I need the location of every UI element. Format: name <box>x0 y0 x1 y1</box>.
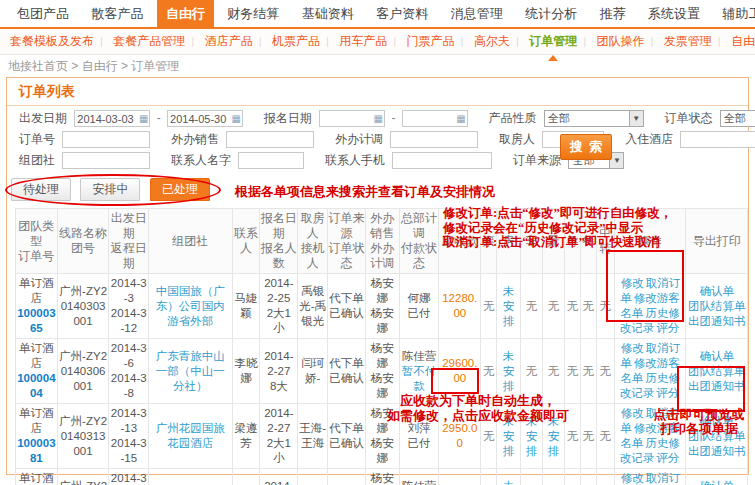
action-link[interactable]: 评分 <box>656 452 679 464</box>
export-link[interactable]: 团队结算单 <box>688 430 746 442</box>
branch-op-input[interactable] <box>390 131 478 148</box>
nav-item-fit-products[interactable]: 散客产品 <box>82 0 152 27</box>
export-link[interactable]: 出团通知书 <box>688 445 746 457</box>
subnav-item-package-manage[interactable]: 套餐产品管理 <box>113 29 185 54</box>
nav-item-finance[interactable]: 财务结算 <box>218 0 288 27</box>
order-status-label: 订单状态 <box>664 110 712 127</box>
subnav-item-invoice[interactable]: 发票管理 <box>664 29 712 54</box>
nav-item-statistics[interactable]: 统计分析 <box>516 0 586 27</box>
subnav-item-golf[interactable]: 高尔夫 <box>474 29 510 54</box>
column-header: 组团社 <box>149 209 232 274</box>
actions-cell: 修改取消订单修改游客名单历史修改记录评分 <box>614 404 685 469</box>
date-range-dash: - <box>157 111 161 125</box>
arrange-link[interactable]: 未安排 <box>503 350 515 392</box>
agency-cell: 中国国旅（广东）公司国内游省外部 <box>149 274 232 339</box>
search-button[interactable]: 搜索 <box>560 134 612 160</box>
tab-processed[interactable]: 已处理 <box>150 178 210 201</box>
room-person-cell: 王海-王海 <box>298 404 328 469</box>
order-no-input[interactable] <box>62 131 150 148</box>
export-link[interactable]: 团队结算单 <box>688 365 746 377</box>
nav-item-free-travel[interactable]: 自由行 <box>157 0 214 27</box>
search-row-1: 出发日期 ▦ - ▦ 报名日期 ▦ - ▦ 产品性质 全部▼ 订单状态 全部▼ <box>19 110 748 129</box>
branch-sales-label: 外办销售 <box>171 131 219 148</box>
receivable-link[interactable]: 2950.00 <box>442 422 477 449</box>
hotel-input[interactable] <box>680 131 755 148</box>
export-link[interactable]: 确认单 <box>699 480 734 485</box>
arrange-cell: 无 <box>564 404 580 469</box>
source-status-cell: 代下单已确认 <box>328 274 366 339</box>
nav-item-recommend[interactable]: 推荐 <box>591 0 635 27</box>
calendar-icon[interactable]: ▦ <box>232 112 241 125</box>
receivable-link[interactable]: 12280.00 <box>442 292 477 319</box>
arrange-cell: 无 <box>564 469 580 485</box>
tab-arranging[interactable]: 安排中 <box>80 178 140 201</box>
nav-item-basic-data[interactable]: 基础资料 <box>293 0 363 27</box>
agency-input[interactable] <box>62 152 150 169</box>
export-link[interactable]: 确认单 <box>699 350 734 362</box>
subnav-item-order-manage[interactable]: 订单管理 <box>529 29 577 54</box>
table-row: 单订酒店10000370广州-ZY201403210012014-3-21201… <box>16 469 748 485</box>
subnav-item-free-travel-order[interactable]: 自由行下单 <box>731 29 755 54</box>
contact-name-input[interactable] <box>238 152 304 169</box>
order-no-label: 订单号 <box>19 131 55 148</box>
arrange-cell: 无 <box>542 339 564 404</box>
subnav-item-template-publish[interactable]: 套餐模板及发布 <box>10 29 94 54</box>
nav-item-settings[interactable]: 系统设置 <box>639 0 709 27</box>
calendar-icon[interactable]: ▦ <box>456 112 465 125</box>
calendar-icon[interactable]: ▦ <box>139 112 148 125</box>
subnav-item-group-ops[interactable]: 团队操作 <box>597 29 645 54</box>
depart-date-label: 出发日期 <box>19 110 67 127</box>
arrange-link[interactable]: 未安排 <box>526 415 538 457</box>
agency-link[interactable]: 广州花园国旅花园酒店 <box>156 422 225 449</box>
receivable-cell: 36800.00 <box>439 469 481 485</box>
action-link[interactable]: 修改 <box>621 342 644 354</box>
tab-pending[interactable]: 待处理 <box>11 178 71 201</box>
export-link[interactable]: 团队结算单 <box>688 300 746 312</box>
arrange-link[interactable]: 未安排 <box>503 285 515 327</box>
order-number-link[interactable]: 10000381 <box>17 436 56 466</box>
arrange-cell: 未安排 <box>521 404 543 469</box>
hotel-label: 入住酒店 <box>625 131 673 148</box>
order-status-value: 全部 <box>724 112 746 124</box>
export-link[interactable]: 出团通知书 <box>688 380 746 392</box>
arrange-link[interactable]: 未安排 <box>503 480 515 485</box>
nav-item-messages[interactable]: 消息管理 <box>442 0 512 27</box>
room-person-label: 取房人 <box>499 131 535 148</box>
action-link[interactable]: 评分 <box>656 322 679 334</box>
action-link[interactable]: 修改 <box>621 472 644 484</box>
product-nature-select[interactable]: 全部▼ <box>544 110 644 127</box>
action-link[interactable]: 修改 <box>621 407 644 419</box>
arrange-cell: 无 <box>580 404 596 469</box>
contact-phone-input[interactable] <box>392 152 492 169</box>
subnav-item-vehicle[interactable]: 用车产品 <box>339 29 387 54</box>
order-status-select[interactable]: 全部▼ <box>720 110 755 127</box>
action-link[interactable]: 评分 <box>656 387 679 399</box>
export-link[interactable]: 出团通知书 <box>688 315 746 327</box>
agency-link[interactable]: 中国国旅（广东）公司国内游省外部 <box>156 285 225 327</box>
signup-cell: 2014-2-272大1小 <box>260 404 298 469</box>
order-number-link[interactable]: 10000404 <box>17 371 56 401</box>
source-status-cell: 代下单已确认 <box>328 339 366 404</box>
subnav-item-hotel[interactable]: 酒店产品 <box>205 29 253 54</box>
arrange-cell: 无 <box>580 274 596 339</box>
nav-item-tools[interactable]: 辅助工具 <box>714 0 755 27</box>
nav-item-package-products[interactable]: 包团产品 <box>8 0 78 27</box>
hq-pay-cell: 何娜已付 <box>399 274 439 339</box>
subnav-item-flight[interactable]: 机票产品 <box>272 29 320 54</box>
branch-sales-input[interactable] <box>226 131 314 148</box>
subnav-item-ticket[interactable]: 门票产品 <box>407 29 455 54</box>
calendar-icon[interactable]: ▦ <box>374 112 383 125</box>
arrange-link[interactable]: 未安排 <box>503 415 515 457</box>
order-number-link[interactable]: 10000365 <box>17 306 56 336</box>
arrange-cell: 无 <box>521 469 543 485</box>
receivable-link[interactable]: 29600.00 <box>442 357 477 384</box>
export-link[interactable]: 确认单 <box>699 415 734 427</box>
arrange-link[interactable]: 未安排 <box>548 415 560 457</box>
room-person-cell: 涂婕姗- <box>298 469 328 485</box>
pay-status-link[interactable]: 暂不付款 <box>402 365 437 392</box>
agency-link[interactable]: 广东青旅中山一部（中山一分社） <box>156 350 225 392</box>
nav-item-customer-data[interactable]: 客户资料 <box>367 0 437 27</box>
action-link[interactable]: 修改 <box>621 277 644 289</box>
export-link[interactable]: 确认单 <box>699 285 734 297</box>
arrange-cell: 无 <box>542 469 564 485</box>
